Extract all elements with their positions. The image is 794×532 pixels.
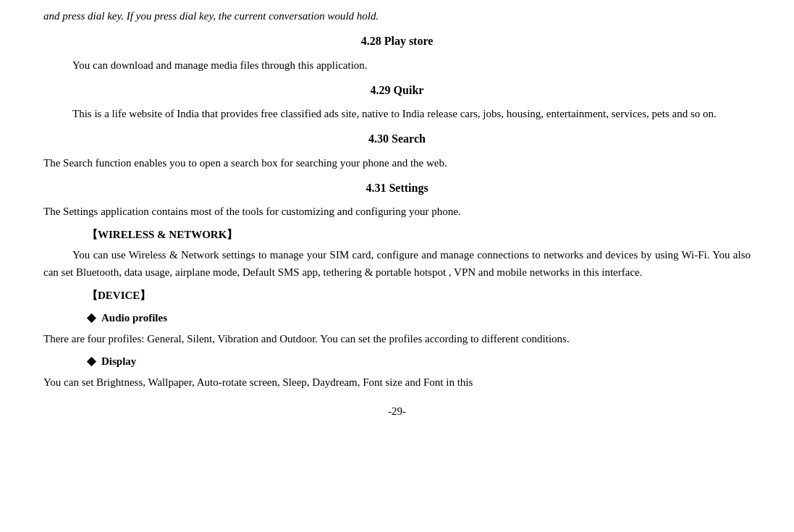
diamond-icon-1: ◆ [87,308,96,327]
page-number: -29- [43,402,751,420]
display-text: You can set Brightness, Wallpaper, Auto-… [43,373,751,391]
heading-4-30: 4.30 Search [43,130,751,148]
display-label: Display [101,352,136,370]
audio-profiles-heading: ◆ Audio profiles [43,308,751,327]
text-4-29: This is a life website of India that pro… [43,105,751,122]
text-4-28: You can download and manage media files … [43,56,751,74]
device-heading: 【DEVICE】 [43,287,751,304]
audio-profiles-label: Audio profiles [101,309,167,326]
wireless-network-heading: 【WIRELESS & NETWORK】 [43,226,751,243]
text-4-30: The Search function enables you to open … [43,154,751,172]
heading-4-31: 4.31 Settings [43,179,751,198]
audio-profiles-text: There are four profiles: General, Silent… [43,330,751,347]
heading-4-28: 4.28 Play store [43,32,751,51]
text-4-31: The Settings application contains most o… [43,203,751,220]
wireless-text: You can use Wireless & Network settings … [43,246,751,281]
display-heading: ◆ Display [43,352,751,371]
italic-line: and press dial key. If you press dial ke… [43,7,751,25]
diamond-icon-2: ◆ [87,352,96,371]
heading-4-29: 4.29 Quikr [43,81,751,100]
